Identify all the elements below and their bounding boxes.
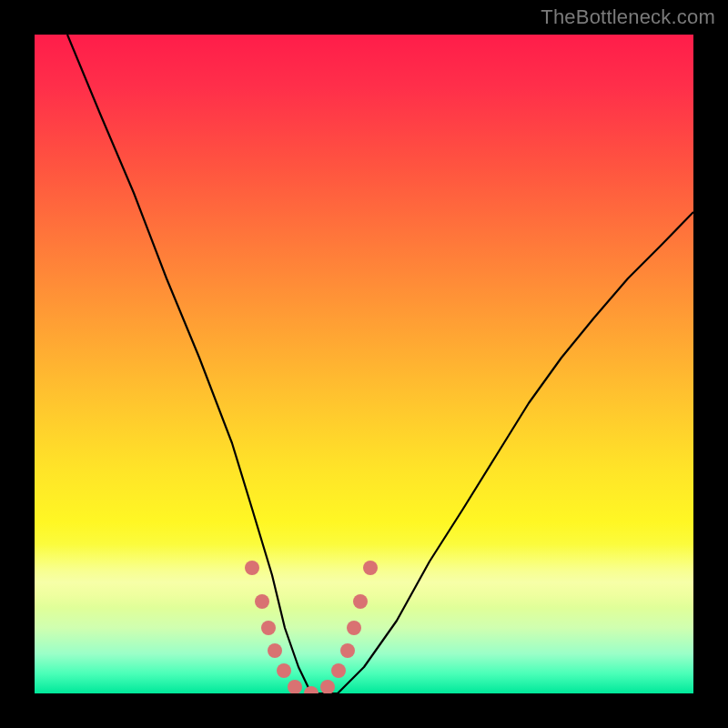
svg-point-1 bbox=[255, 594, 269, 609]
svg-point-10 bbox=[347, 621, 361, 635]
svg-point-11 bbox=[353, 594, 368, 609]
chart-frame: TheBottleneck.com bbox=[0, 0, 728, 728]
curve-layer bbox=[35, 35, 693, 693]
svg-point-3 bbox=[268, 643, 282, 658]
svg-point-9 bbox=[340, 643, 355, 658]
svg-point-2 bbox=[261, 621, 276, 635]
svg-point-8 bbox=[331, 663, 346, 678]
svg-point-4 bbox=[277, 663, 291, 678]
svg-point-12 bbox=[363, 561, 378, 575]
bottleneck-curve bbox=[67, 35, 693, 693]
svg-point-7 bbox=[320, 680, 335, 693]
svg-point-5 bbox=[288, 680, 302, 693]
plot-area bbox=[35, 35, 693, 693]
svg-point-0 bbox=[245, 561, 259, 575]
svg-point-6 bbox=[304, 686, 318, 693]
watermark: TheBottleneck.com bbox=[541, 5, 715, 29]
